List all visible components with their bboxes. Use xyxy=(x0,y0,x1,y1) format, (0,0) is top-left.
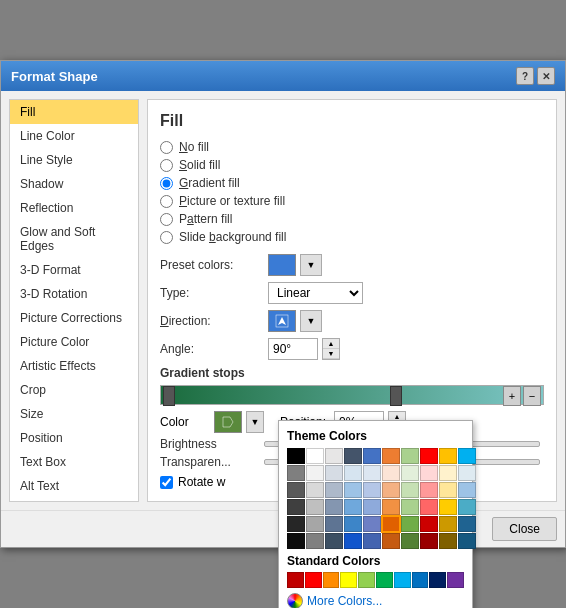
direction-swatch[interactable] xyxy=(268,310,296,332)
sidebar-item-fill[interactable]: Fill xyxy=(10,100,138,124)
angle-up-btn[interactable]: ▲ xyxy=(323,339,339,349)
theme-color-cell[interactable] xyxy=(287,465,305,481)
theme-color-cell[interactable] xyxy=(382,516,400,532)
direction-dropdown[interactable]: ▼ xyxy=(300,310,322,332)
standard-color-cell[interactable] xyxy=(376,572,393,588)
angle-input[interactable] xyxy=(268,338,318,360)
sidebar-item-shadow[interactable]: Shadow xyxy=(10,172,138,196)
gradient-handle-right[interactable] xyxy=(390,386,402,406)
fill-option-solid[interactable]: Solid fill xyxy=(160,158,544,172)
theme-color-cell[interactable] xyxy=(325,499,343,515)
theme-color-cell[interactable] xyxy=(439,499,457,515)
theme-color-cell[interactable] xyxy=(363,499,381,515)
sidebar-item-alt-text[interactable]: Alt Text xyxy=(10,474,138,498)
theme-color-cell[interactable] xyxy=(458,482,476,498)
theme-color-cell[interactable] xyxy=(287,448,305,464)
theme-color-cell[interactable] xyxy=(306,533,324,549)
theme-color-cell[interactable] xyxy=(401,448,419,464)
theme-color-cell[interactable] xyxy=(382,448,400,464)
theme-color-cell[interactable] xyxy=(382,465,400,481)
theme-color-cell[interactable] xyxy=(363,465,381,481)
theme-color-cell[interactable] xyxy=(325,482,343,498)
standard-color-cell[interactable] xyxy=(394,572,411,588)
theme-color-cell[interactable] xyxy=(306,465,324,481)
theme-color-cell[interactable] xyxy=(363,482,381,498)
theme-color-cell[interactable] xyxy=(458,533,476,549)
sidebar-item-picture-corrections[interactable]: Picture Corrections xyxy=(10,306,138,330)
fill-option-picture[interactable]: Picture or texture fill xyxy=(160,194,544,208)
fill-option-slide-bg[interactable]: Slide background fill xyxy=(160,230,544,244)
theme-color-cell[interactable] xyxy=(382,499,400,515)
standard-color-cell[interactable] xyxy=(429,572,446,588)
theme-color-cell[interactable] xyxy=(325,516,343,532)
theme-color-cell[interactable] xyxy=(306,482,324,498)
theme-color-cell[interactable] xyxy=(363,516,381,532)
theme-color-cell[interactable] xyxy=(458,465,476,481)
theme-color-cell[interactable] xyxy=(401,482,419,498)
theme-color-cell[interactable] xyxy=(420,465,438,481)
gradient-handle-left[interactable] xyxy=(163,386,175,406)
gradient-add-icon[interactable]: + xyxy=(503,386,521,406)
standard-color-cell[interactable] xyxy=(323,572,340,588)
standard-color-cell[interactable] xyxy=(447,572,464,588)
theme-color-cell[interactable] xyxy=(420,499,438,515)
sidebar-item-3d-rotation[interactable]: 3-D Rotation xyxy=(10,282,138,306)
theme-color-cell[interactable] xyxy=(420,482,438,498)
sidebar-item-3d-format[interactable]: 3-D Format xyxy=(10,258,138,282)
theme-color-cell[interactable] xyxy=(344,465,362,481)
standard-color-cell[interactable] xyxy=(287,572,304,588)
sidebar-item-reflection[interactable]: Reflection xyxy=(10,196,138,220)
sidebar-item-text-box[interactable]: Text Box xyxy=(10,450,138,474)
sidebar-item-line-color[interactable]: Line Color xyxy=(10,124,138,148)
sidebar-item-position[interactable]: Position xyxy=(10,426,138,450)
theme-color-cell[interactable] xyxy=(287,533,305,549)
standard-color-cell[interactable] xyxy=(340,572,357,588)
fill-option-pattern[interactable]: Pattern fill xyxy=(160,212,544,226)
standard-color-cell[interactable] xyxy=(305,572,322,588)
sidebar-item-glow[interactable]: Glow and Soft Edges xyxy=(10,220,138,258)
standard-color-cell[interactable] xyxy=(412,572,429,588)
theme-color-cell[interactable] xyxy=(325,448,343,464)
color-paint-button[interactable] xyxy=(214,411,242,433)
theme-color-cell[interactable] xyxy=(420,448,438,464)
theme-color-cell[interactable] xyxy=(439,482,457,498)
theme-color-cell[interactable] xyxy=(401,533,419,549)
theme-color-cell[interactable] xyxy=(401,516,419,532)
angle-down-btn[interactable]: ▼ xyxy=(323,349,339,359)
theme-color-cell[interactable] xyxy=(306,448,324,464)
sidebar-item-picture-color[interactable]: Picture Color xyxy=(10,330,138,354)
theme-color-cell[interactable] xyxy=(382,482,400,498)
theme-color-cell[interactable] xyxy=(458,516,476,532)
theme-color-cell[interactable] xyxy=(344,499,362,515)
theme-color-cell[interactable] xyxy=(420,516,438,532)
theme-color-cell[interactable] xyxy=(401,499,419,515)
theme-color-cell[interactable] xyxy=(287,499,305,515)
theme-color-cell[interactable] xyxy=(458,448,476,464)
rotate-checkbox[interactable] xyxy=(160,476,173,489)
dialog-close-button[interactable]: ✕ xyxy=(537,67,555,85)
preset-color-swatch[interactable] xyxy=(268,254,296,276)
sidebar-item-line-style[interactable]: Line Style xyxy=(10,148,138,172)
gradient-track[interactable]: + − xyxy=(160,385,544,405)
type-select[interactable]: Linear Radial Rectangular Path xyxy=(268,282,363,304)
preset-colors-dropdown[interactable]: ▼ xyxy=(300,254,322,276)
theme-color-cell[interactable] xyxy=(439,533,457,549)
theme-color-cell[interactable] xyxy=(439,465,457,481)
help-button[interactable]: ? xyxy=(516,67,534,85)
theme-color-cell[interactable] xyxy=(287,482,305,498)
theme-color-cell[interactable] xyxy=(420,533,438,549)
theme-color-cell[interactable] xyxy=(344,448,362,464)
more-colors-link[interactable]: More Colors... xyxy=(287,593,464,608)
color-dropdown[interactable]: ▼ xyxy=(246,411,264,433)
theme-color-cell[interactable] xyxy=(306,499,324,515)
theme-color-cell[interactable] xyxy=(458,499,476,515)
sidebar-item-crop[interactable]: Crop xyxy=(10,378,138,402)
theme-color-cell[interactable] xyxy=(382,533,400,549)
theme-color-cell[interactable] xyxy=(325,533,343,549)
theme-color-cell[interactable] xyxy=(287,516,305,532)
theme-color-cell[interactable] xyxy=(344,533,362,549)
fill-option-gradient[interactable]: Gradient fill xyxy=(160,176,544,190)
fill-option-no-fill[interactable]: No fill xyxy=(160,140,544,154)
theme-color-cell[interactable] xyxy=(363,448,381,464)
theme-color-cell[interactable] xyxy=(325,465,343,481)
